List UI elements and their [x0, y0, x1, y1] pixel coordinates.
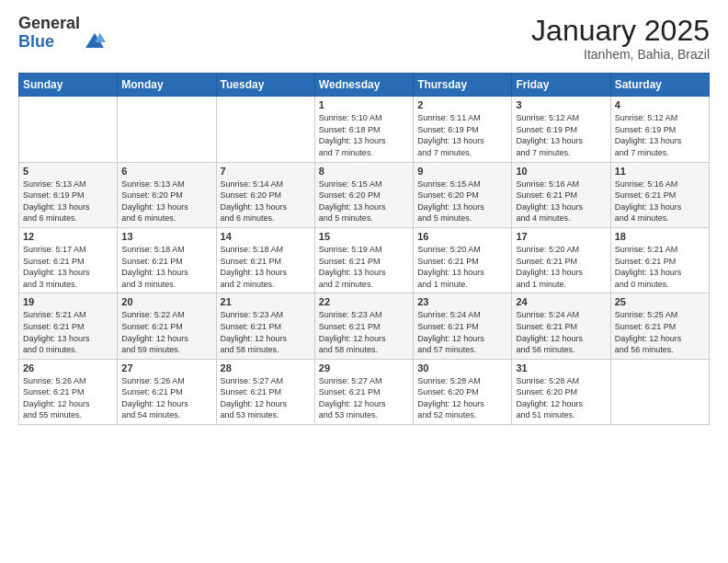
title-block: January 2025 Itanhem, Bahia, Brazil — [531, 15, 710, 62]
day-number: 18 — [615, 231, 705, 242]
day-info: Sunrise: 5:12 AM Sunset: 6:19 PM Dayligh… — [615, 112, 705, 158]
day-info: Sunrise: 5:24 AM Sunset: 6:21 PM Dayligh… — [417, 309, 507, 355]
day-number: 11 — [615, 166, 705, 177]
calendar-cell: 13Sunrise: 5:18 AM Sunset: 6:21 PM Dayli… — [118, 227, 216, 293]
month-title: January 2025 — [531, 15, 710, 47]
calendar-cell: 25Sunrise: 5:25 AM Sunset: 6:21 PM Dayli… — [610, 293, 709, 359]
calendar-day-header: Friday — [512, 74, 610, 97]
calendar-week-row: 26Sunrise: 5:26 AM Sunset: 6:21 PM Dayli… — [19, 359, 710, 424]
day-info: Sunrise: 5:25 AM Sunset: 6:21 PM Dayligh… — [615, 309, 705, 355]
day-number: 7 — [221, 166, 311, 177]
calendar-day-header: Wednesday — [314, 74, 413, 97]
day-info: Sunrise: 5:26 AM Sunset: 6:21 PM Dayligh… — [23, 375, 113, 421]
calendar-cell: 11Sunrise: 5:16 AM Sunset: 6:21 PM Dayli… — [610, 162, 709, 227]
calendar-cell: 9Sunrise: 5:15 AM Sunset: 6:20 PM Daylig… — [414, 162, 512, 227]
logo-general: General — [18, 15, 80, 33]
day-number: 12 — [23, 231, 113, 242]
logo-icon — [82, 26, 108, 52]
day-number: 20 — [121, 296, 211, 307]
calendar-day-header: Thursday — [414, 74, 512, 97]
day-info: Sunrise: 5:21 AM Sunset: 6:21 PM Dayligh… — [23, 309, 113, 355]
header: General Blue January 2025 Itanhem, Bahia… — [18, 15, 710, 62]
calendar-week-row: 5Sunrise: 5:13 AM Sunset: 6:19 PM Daylig… — [19, 162, 710, 227]
calendar-cell: 8Sunrise: 5:15 AM Sunset: 6:20 PM Daylig… — [314, 162, 413, 227]
day-info: Sunrise: 5:14 AM Sunset: 6:20 PM Dayligh… — [221, 178, 311, 224]
day-number: 29 — [319, 362, 409, 373]
day-info: Sunrise: 5:21 AM Sunset: 6:21 PM Dayligh… — [615, 244, 705, 290]
calendar-day-header: Monday — [118, 74, 216, 97]
day-info: Sunrise: 5:20 AM Sunset: 6:21 PM Dayligh… — [417, 244, 507, 290]
calendar-cell: 15Sunrise: 5:19 AM Sunset: 6:21 PM Dayli… — [314, 227, 413, 293]
day-info: Sunrise: 5:13 AM Sunset: 6:19 PM Dayligh… — [23, 178, 113, 224]
day-number: 30 — [417, 362, 507, 373]
calendar-cell: 30Sunrise: 5:28 AM Sunset: 6:20 PM Dayli… — [414, 359, 512, 424]
day-info: Sunrise: 5:12 AM Sunset: 6:19 PM Dayligh… — [516, 112, 606, 158]
calendar-cell: 3Sunrise: 5:12 AM Sunset: 6:19 PM Daylig… — [512, 97, 610, 162]
day-number: 17 — [516, 231, 606, 242]
day-info: Sunrise: 5:16 AM Sunset: 6:21 PM Dayligh… — [615, 178, 705, 224]
calendar-day-header: Saturday — [610, 74, 709, 97]
day-info: Sunrise: 5:19 AM Sunset: 6:21 PM Dayligh… — [319, 244, 409, 290]
calendar-cell: 5Sunrise: 5:13 AM Sunset: 6:19 PM Daylig… — [19, 162, 118, 227]
calendar-week-row: 1Sunrise: 5:10 AM Sunset: 6:18 PM Daylig… — [19, 97, 710, 162]
day-number: 1 — [319, 99, 409, 110]
logo-blue: Blue — [18, 33, 80, 52]
calendar-cell — [216, 97, 314, 162]
day-info: Sunrise: 5:23 AM Sunset: 6:21 PM Dayligh… — [221, 309, 311, 355]
calendar-cell: 27Sunrise: 5:26 AM Sunset: 6:21 PM Dayli… — [118, 359, 216, 424]
calendar: SundayMondayTuesdayWednesdayThursdayFrid… — [18, 73, 710, 425]
calendar-cell: 18Sunrise: 5:21 AM Sunset: 6:21 PM Dayli… — [610, 227, 709, 293]
day-info: Sunrise: 5:18 AM Sunset: 6:21 PM Dayligh… — [121, 244, 211, 290]
calendar-day-header: Sunday — [19, 74, 118, 97]
day-number: 3 — [516, 99, 606, 110]
calendar-cell: 21Sunrise: 5:23 AM Sunset: 6:21 PM Dayli… — [216, 293, 314, 359]
day-number: 10 — [516, 166, 606, 177]
day-info: Sunrise: 5:15 AM Sunset: 6:20 PM Dayligh… — [417, 178, 507, 224]
day-number: 22 — [319, 296, 409, 307]
day-info: Sunrise: 5:22 AM Sunset: 6:21 PM Dayligh… — [121, 309, 211, 355]
calendar-cell: 4Sunrise: 5:12 AM Sunset: 6:19 PM Daylig… — [610, 97, 709, 162]
day-number: 14 — [221, 231, 311, 242]
calendar-cell: 2Sunrise: 5:11 AM Sunset: 6:19 PM Daylig… — [414, 97, 512, 162]
location: Itanhem, Bahia, Brazil — [531, 47, 710, 62]
calendar-cell: 28Sunrise: 5:27 AM Sunset: 6:21 PM Dayli… — [216, 359, 314, 424]
day-number: 19 — [23, 296, 113, 307]
day-number: 6 — [121, 166, 211, 177]
page: General Blue January 2025 Itanhem, Bahia… — [0, 0, 728, 440]
day-info: Sunrise: 5:15 AM Sunset: 6:20 PM Dayligh… — [319, 178, 409, 224]
calendar-cell: 7Sunrise: 5:14 AM Sunset: 6:20 PM Daylig… — [216, 162, 314, 227]
calendar-week-row: 12Sunrise: 5:17 AM Sunset: 6:21 PM Dayli… — [19, 227, 710, 293]
day-number: 9 — [417, 166, 507, 177]
calendar-cell: 20Sunrise: 5:22 AM Sunset: 6:21 PM Dayli… — [118, 293, 216, 359]
day-info: Sunrise: 5:16 AM Sunset: 6:21 PM Dayligh… — [516, 178, 606, 224]
calendar-cell: 10Sunrise: 5:16 AM Sunset: 6:21 PM Dayli… — [512, 162, 610, 227]
calendar-cell: 22Sunrise: 5:23 AM Sunset: 6:21 PM Dayli… — [314, 293, 413, 359]
calendar-cell: 29Sunrise: 5:27 AM Sunset: 6:21 PM Dayli… — [314, 359, 413, 424]
day-number: 25 — [615, 296, 705, 307]
day-info: Sunrise: 5:17 AM Sunset: 6:21 PM Dayligh… — [23, 244, 113, 290]
day-number: 23 — [417, 296, 507, 307]
day-info: Sunrise: 5:24 AM Sunset: 6:21 PM Dayligh… — [516, 309, 606, 355]
day-number: 28 — [221, 362, 311, 373]
day-info: Sunrise: 5:20 AM Sunset: 6:21 PM Dayligh… — [516, 244, 606, 290]
day-number: 24 — [516, 296, 606, 307]
day-number: 2 — [417, 99, 507, 110]
calendar-cell: 19Sunrise: 5:21 AM Sunset: 6:21 PM Dayli… — [19, 293, 118, 359]
day-info: Sunrise: 5:18 AM Sunset: 6:21 PM Dayligh… — [221, 244, 311, 290]
day-number: 31 — [516, 362, 606, 373]
calendar-week-row: 19Sunrise: 5:21 AM Sunset: 6:21 PM Dayli… — [19, 293, 710, 359]
day-number: 8 — [319, 166, 409, 177]
day-number: 13 — [121, 231, 211, 242]
day-info: Sunrise: 5:27 AM Sunset: 6:21 PM Dayligh… — [319, 375, 409, 421]
day-info: Sunrise: 5:28 AM Sunset: 6:20 PM Dayligh… — [417, 375, 507, 421]
day-info: Sunrise: 5:27 AM Sunset: 6:21 PM Dayligh… — [221, 375, 311, 421]
day-number: 16 — [417, 231, 507, 242]
calendar-cell: 26Sunrise: 5:26 AM Sunset: 6:21 PM Dayli… — [19, 359, 118, 424]
day-info: Sunrise: 5:10 AM Sunset: 6:18 PM Dayligh… — [319, 112, 409, 158]
calendar-cell: 24Sunrise: 5:24 AM Sunset: 6:21 PM Dayli… — [512, 293, 610, 359]
day-number: 26 — [23, 362, 113, 373]
calendar-cell: 6Sunrise: 5:13 AM Sunset: 6:20 PM Daylig… — [118, 162, 216, 227]
calendar-cell: 12Sunrise: 5:17 AM Sunset: 6:21 PM Dayli… — [19, 227, 118, 293]
logo: General Blue — [18, 15, 108, 52]
calendar-header-row: SundayMondayTuesdayWednesdayThursdayFrid… — [19, 74, 710, 97]
